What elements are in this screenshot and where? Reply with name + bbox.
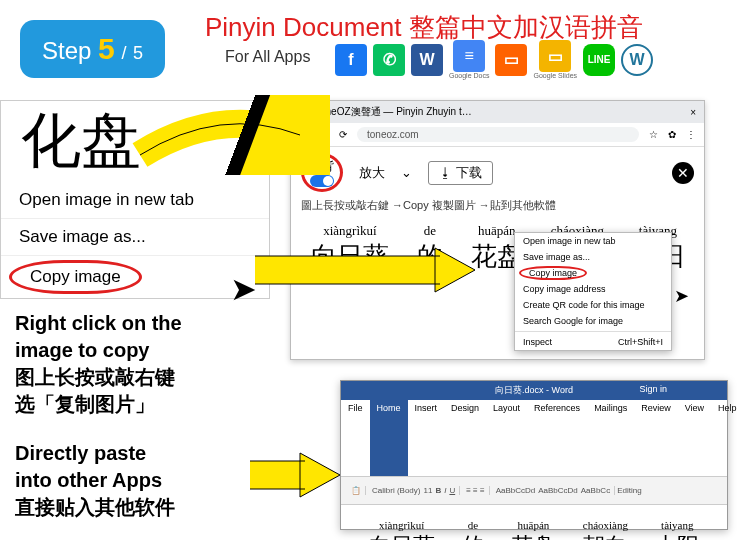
step-current: 5 [98, 32, 115, 65]
ctx2-inspect-label: Inspect [523, 337, 552, 347]
ctx2-copy-address[interactable]: Copy image address [515, 281, 671, 297]
word-document-body[interactable]: xiàngrìkuí向日葵 de的 huāpán花盘 cháoxiàng朝向 t… [341, 505, 727, 540]
pinyin-cell: de的 [417, 223, 443, 274]
font-size: 11 [423, 486, 432, 495]
wechat-icon: ✆ [373, 44, 405, 76]
ctx2-separator [515, 331, 671, 332]
ribbon-help[interactable]: Help [711, 400, 737, 476]
ribbon-design[interactable]: Design [444, 400, 486, 476]
instr1-zh2: 选「复制图片」 [15, 391, 182, 418]
browser-star-icon[interactable]: ☆ [649, 129, 658, 140]
font-group[interactable]: Calibri (Body) 11 BIU [368, 486, 460, 495]
word-window: 向日葵.docx - Word Sign in File Home Insert… [340, 380, 728, 530]
clipboard-group[interactable]: 📋 [347, 486, 366, 495]
close-icon[interactable]: ✕ [672, 162, 694, 184]
url-text[interactable]: toneoz.com [357, 127, 639, 142]
nav-reload-icon[interactable]: ⟳ [339, 129, 347, 140]
instr1-zh1: 图上长按或敲右键 [15, 364, 182, 391]
ribbon-layout[interactable]: Layout [486, 400, 527, 476]
google-slides-icon: ▭ [539, 40, 571, 72]
ctx2-inspect[interactable]: Inspect Ctrl+Shift+I [515, 334, 671, 350]
toggle-label: 去背 [310, 158, 334, 175]
toolbar: 去背 放大 ⌄ ⭳ 下载 ✕ [291, 147, 704, 198]
gdocs-label: Google Docs [449, 72, 489, 79]
tab-favicon [299, 107, 309, 117]
word-toolbar: 📋 Calibri (Body) 11 BIU ≡ ≡ ≡ AaBbCcDd A… [341, 477, 727, 505]
editing-group[interactable]: Editing [617, 486, 641, 495]
word-signin[interactable]: Sign in [639, 384, 667, 394]
tab-close-icon[interactable]: × [690, 107, 696, 118]
ribbon-home[interactable]: Home [370, 400, 408, 476]
pinyin-row-word: xiàngrìkuí向日葵 de的 huāpán花盘 cháoxiàng朝向 t… [351, 515, 717, 540]
browser-ext-icon[interactable]: ✿ [668, 129, 676, 140]
word-titlebar: 向日葵.docx - Word Sign in [341, 381, 727, 400]
ctx1-open-image[interactable]: Open image in new tab [1, 182, 269, 219]
ribbon-review[interactable]: Review [634, 400, 678, 476]
paragraph-group[interactable]: ≡ ≡ ≡ [462, 486, 489, 495]
line-icon: LINE [583, 44, 615, 76]
zoom-label[interactable]: 放大 [359, 164, 385, 182]
step-label: Step [42, 37, 91, 64]
tab-title: ToneOZ澳聲通 — Pinyin Zhuyin t… [315, 105, 472, 119]
ctx2-copy-image[interactable]: Copy image [519, 266, 587, 280]
browser-window: ToneOZ澳聲通 — Pinyin Zhuyin t… × ← → ⟳ ton… [290, 100, 705, 360]
instr1-en2: image to copy [15, 337, 182, 364]
word-title-text: 向日葵.docx - Word [495, 385, 573, 395]
sample-characters: 化盘 [1, 101, 269, 182]
gslides-label: Google Slides [533, 72, 577, 79]
word-ribbon: File Home Insert Design Layout Reference… [341, 400, 727, 477]
google-docs-icon: ≡ [453, 40, 485, 72]
step-total: 5 [133, 43, 143, 63]
ribbon-mailings[interactable]: Mailings [587, 400, 634, 476]
cursor-icon-1: ➤ [230, 270, 257, 308]
download-icon: ⭳ [439, 165, 452, 180]
nav-forward-icon[interactable]: → [319, 129, 329, 140]
download-label: 下载 [456, 165, 482, 180]
pinyin-cell: tàiyang太阳 [655, 519, 699, 540]
pinyin-cell: xiàngrìkuí向日葵 [311, 223, 389, 274]
pinyin-cell: huāpán花盘 [511, 519, 555, 540]
browser-tab[interactable]: ToneOZ澳聲通 — Pinyin Zhuyin t… × [291, 101, 704, 123]
ribbon-insert[interactable]: Insert [408, 400, 445, 476]
ctx2-qr-code[interactable]: Create QR code for this image [515, 297, 671, 313]
remove-bg-toggle[interactable]: 去背 [301, 153, 343, 192]
page-subtitle: For All Apps [225, 48, 310, 66]
browser-urlbar: ← → ⟳ toneoz.com ☆ ✿ ⋮ [291, 123, 704, 147]
step-sep: / [121, 43, 126, 63]
font-name: Calibri (Body) [372, 486, 420, 495]
zoom-dropdown-icon[interactable]: ⌄ [401, 165, 412, 180]
ctx1-copy-image[interactable]: Copy image [9, 260, 142, 294]
nav-back-icon[interactable]: ← [299, 129, 309, 140]
facebook-icon: f [335, 44, 367, 76]
ctx2-save-image[interactable]: Save image as... [515, 249, 671, 265]
toggle-icon [310, 175, 334, 187]
instr1-en1: Right click on the [15, 310, 182, 337]
styles-group[interactable]: AaBbCcDd AaBbCcDd AaBbCc [492, 486, 616, 495]
arrow-3 [245, 445, 345, 505]
ctx2-search-google[interactable]: Search Google for image [515, 313, 671, 329]
ctx1-save-image[interactable]: Save image as... [1, 219, 269, 256]
instruction-2: Directly paste into other Apps 直接贴入其他软件 [15, 440, 175, 521]
ribbon-references[interactable]: References [527, 400, 587, 476]
pinyin-cell: de的 [462, 519, 484, 540]
keynote-icon: ▭ [495, 44, 527, 76]
word-icon: W [411, 44, 443, 76]
context-menu-2: Open image in new tab Save image as... C… [514, 232, 672, 351]
ctx2-open-image[interactable]: Open image in new tab [515, 233, 671, 249]
step-badge: Step 5 / 5 [20, 20, 165, 78]
app-icons-row: f ✆ W ≡ Google Docs ▭ ▭ Google Slides LI… [335, 40, 653, 79]
ctx2-inspect-shortcut: Ctrl+Shift+I [618, 337, 663, 347]
browser-menu-icon[interactable]: ⋮ [686, 129, 696, 140]
browser-hint: 圖上長按或敲右鍵 →Copy 複製圖片 →貼到其他軟體 [291, 198, 704, 213]
instr2-zh1: 直接贴入其他软件 [15, 494, 175, 521]
pinyin-cell: xiàngrìkuí向日葵 [369, 519, 435, 540]
instr2-en2: into other Apps [15, 467, 175, 494]
wordpress-icon: W [621, 44, 653, 76]
download-button[interactable]: ⭳ 下载 [428, 161, 493, 185]
cursor-icon-2: ➤ [674, 285, 689, 307]
instruction-1: Right click on the image to copy 图上长按或敲右… [15, 310, 182, 418]
ribbon-file[interactable]: File [341, 400, 370, 476]
instr2-en1: Directly paste [15, 440, 175, 467]
pinyin-cell: cháoxiàng朝向 [583, 519, 628, 540]
ribbon-view[interactable]: View [678, 400, 711, 476]
